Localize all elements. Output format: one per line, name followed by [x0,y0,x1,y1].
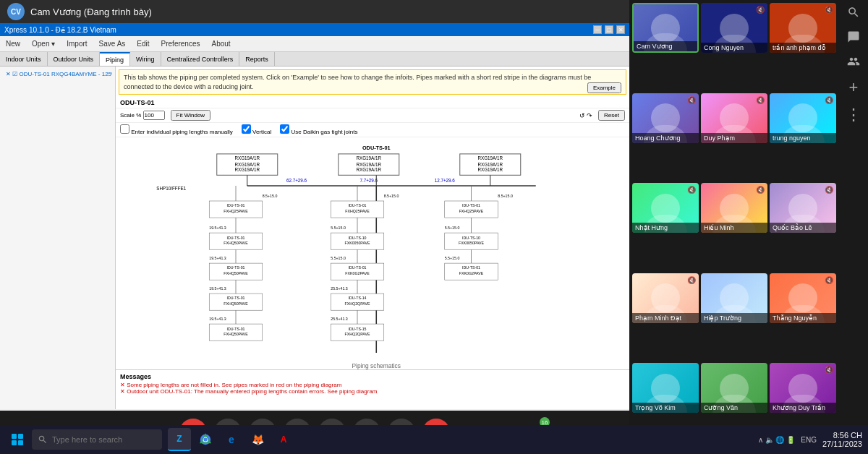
mic-muted-icon-pham: 🔇 [687,276,696,284]
participant-tile-pham-minh-dat[interactable]: 🔇 Phạm Minh Đạt [632,273,699,323]
svg-text:IDU-TS-01: IDU-TS-01 [462,266,480,270]
taskbar-acrobat-icon[interactable]: A [272,428,295,451]
sw-maximize-btn[interactable]: □ [605,25,613,34]
right-participants-icon [847,55,860,68]
taskbar-firefox-icon[interactable]: 🦊 [246,428,269,451]
screen-content: Xpress 10.1.0 - Đề 18.2.B Vietnam ─ □ ✕ … [0,23,629,411]
svg-text:Piping schematics: Piping schematics [352,362,401,369]
right-participants-btn[interactable] [847,55,860,68]
svg-text:IDU-TS-10: IDU-TS-10 [462,236,480,240]
participant-tile-thang-nguyen[interactable]: 🔇 Thắng Nguyễn [770,273,836,323]
tab-outdoor-units[interactable]: Outdoor Units [48,52,101,66]
participant-tile-cong-nguyen[interactable]: 🔇 Cong Nguyen [701,3,767,53]
sw-close-btn[interactable]: ✕ [616,25,625,34]
taskbar-search-input[interactable] [52,435,146,444]
svg-text:FXHQ50PAVE: FXHQ50PAVE [224,271,248,275]
plus-icon: + [849,80,859,95]
start-button[interactable] [6,428,29,451]
tab-indoor-units[interactable]: Indoor Units [0,52,48,66]
svg-text:5.5+15.0: 5.5+15.0 [445,256,460,260]
participant-tile-hieu-minh[interactable]: 🔇 Hiếu Minh [701,183,767,233]
participant-tile-duy-pham[interactable]: 🔇 Duy Phạm [701,93,767,143]
fit-window-btn[interactable]: Fit Window [171,110,211,121]
participant-name-pham-minh-dat: Phạm Minh Đạt [632,313,699,323]
sw-minimize-btn[interactable]: ─ [593,25,602,34]
participant-name-trung-nguyen: trung nguyen [770,133,836,143]
right-chat-btn[interactable] [847,30,860,43]
participant-name-thang-nguyen: Thắng Nguyễn [770,313,836,323]
participant-name-cong-nguyen: Cong Nguyen [701,43,767,53]
participant-tile-trong-vo-kim[interactable]: Trọng Võ Kim [632,363,699,413]
menu-open[interactable]: Open ▾ [29,39,58,48]
svg-text:FXHQ50PAVE: FXHQ50PAVE [224,301,248,306]
tab-piping[interactable]: Piping [100,52,130,66]
taskbar-edge-icon[interactable]: e [220,428,243,451]
svg-text:25.5+41.3: 25.5+41.3 [331,317,348,321]
sw-titlebar: Xpress 10.1.0 - Đề 18.2.B Vietnam ─ □ ✕ [0,23,629,36]
taskbar-chrome-icon[interactable] [194,428,217,451]
presenter-name: Cam Vương (Đang trình bày) [30,7,152,17]
menu-new[interactable]: New [3,39,23,48]
svg-text:FXHQ25PAVE: FXHQ25PAVE [224,209,248,213]
taskbar-search-container[interactable] [32,429,162,450]
menu-saveas[interactable]: Save As [96,39,129,48]
participant-tile-cam-vuong[interactable]: Cam Vương [632,3,699,53]
piping-diagram-area: ODU-TS-01 RXG19A/1R RXG19A/1R RXG19A/1R [116,137,629,386]
scale-input[interactable] [143,111,165,120]
participant-tile-nhat-hung[interactable]: 🔇 Nhật Hưng [632,183,699,233]
svg-text:IDU-TS-10: IDU-TS-10 [348,236,366,240]
menu-preferences[interactable]: Preferences [158,39,203,48]
participant-tile-trung-nguyen[interactable]: 🔇 trung nguyen [770,93,836,143]
example-button[interactable]: Example [587,82,621,93]
windows-taskbar: Z e 🦊 A [0,425,868,454]
mic-muted-icon-khuong: 🔇 [825,366,833,374]
participant-name-hoang-chuong: Hoang Chương [632,133,699,143]
participant-tile-khuong-duy-tran[interactable]: 🔇 Khương Duy Trần [770,363,836,413]
right-add-btn[interactable]: + [849,80,859,95]
svg-text:19.5+41.3: 19.5+41.3 [209,317,226,321]
undo-icon[interactable]: ↷ [587,112,592,119]
svg-point-91 [204,438,207,441]
participant-name-trong-vo-kim: Trọng Võ Kim [632,403,699,413]
right-more-btn[interactable]: ⋮ [846,107,861,123]
participant-tile-tran-anh[interactable]: 🔇 trần anh phạm đỗ [770,3,836,53]
right-search-btn[interactable] [847,6,860,19]
svg-text:19.5+41.3: 19.5+41.3 [209,226,226,230]
participant-tile-hiep-truong[interactable]: Hiệp Trường [701,273,767,323]
participant-tile-quoc-bao[interactable]: 🔇 Quốc Bảo Lê [770,183,836,233]
menu-edit[interactable]: Edit [134,39,152,48]
checkbox-manual[interactable] [120,124,129,134]
right-icons-panel: + ⋮ [839,0,868,454]
sw-sidebar-item[interactable]: ✕ ☑ ODU-TS-01 RXQG4BAMYME - 125% [3,69,112,79]
refresh-icon[interactable]: ↺ [579,112,585,119]
tab-reports[interactable]: Reports [239,52,275,66]
svg-text:SHP10/FFFE1: SHP10/FFFE1 [156,186,186,191]
menu-about[interactable]: About [208,39,233,48]
svg-text:5.5+15.0: 5.5+15.0 [331,256,346,260]
tab-controllers[interactable]: Centralized Controllers [161,52,240,66]
menu-import[interactable]: Import [64,39,90,48]
right-search-icon [847,6,860,19]
participant-tile-cuong-van[interactable]: Cường Vân [701,363,767,413]
checkbox-daikin[interactable] [280,124,289,134]
presenter-avatar: CV [7,3,25,20]
mic-muted-icon-hoang: 🔇 [687,96,696,104]
svg-text:8.5+15.0: 8.5+15.0 [384,194,399,198]
participants-grid: Cam Vương 🔇 Cong Nguyen [632,3,836,451]
svg-text:IDU-TS-01: IDU-TS-01 [226,204,244,208]
participant-name-duy-pham: Duy Phạm [701,133,767,143]
checkbox-vertical[interactable] [242,124,251,134]
taskbar-search-icon [38,434,48,445]
participant-tile-hoang-chuong[interactable]: 🔇 Hoang Chương [632,93,699,143]
svg-text:7.7+29.6: 7.7+29.6 [359,178,378,183]
participant-name-nhat-hung: Nhật Hưng [632,223,699,233]
svg-text:19.5+41.3: 19.5+41.3 [209,286,226,291]
software-window: Xpress 10.1.0 - Đề 18.2.B Vietnam ─ □ ✕ … [0,23,629,411]
mic-muted-icon-thang: 🔇 [825,276,833,284]
tab-wiring[interactable]: Wiring [130,52,161,66]
svg-text:IDU-TS-15: IDU-TS-15 [348,327,366,331]
participant-name-khuong-duy-tran: Khương Duy Trần [770,403,836,413]
taskbar-zalo-icon[interactable]: Z [168,428,191,451]
reset-btn[interactable]: Reset [598,110,625,121]
participant-name-cam-vuong: Cam Vương [634,41,697,51]
